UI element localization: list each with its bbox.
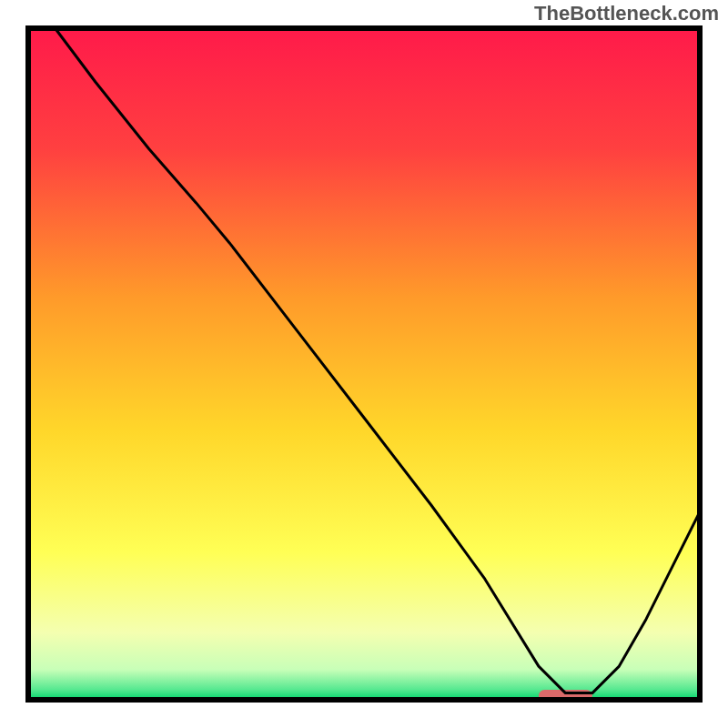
chart-background bbox=[28, 28, 700, 700]
watermark-text: TheBottleneck.com bbox=[534, 2, 719, 25]
bottleneck-chart bbox=[0, 0, 728, 728]
chart-container: { "watermark": "TheBottleneck.com", "cha… bbox=[0, 0, 728, 728]
